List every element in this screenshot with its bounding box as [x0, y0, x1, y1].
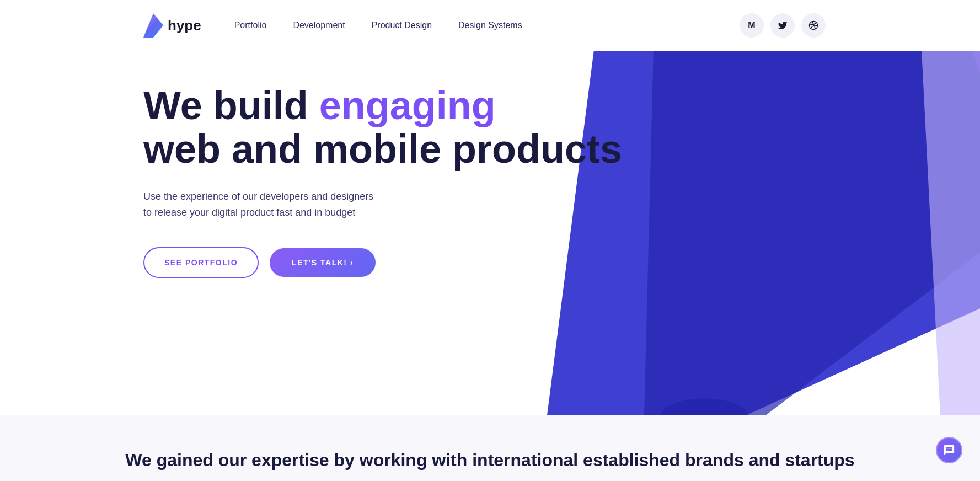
hero-content: We build engaging web and mobile product… — [0, 84, 980, 278]
nav-product-design[interactable]: Product Design — [372, 20, 432, 30]
chat-button[interactable] — [936, 437, 962, 463]
brand-name: hype — [168, 17, 201, 34]
logo-icon — [143, 13, 163, 38]
dribbble-button[interactable] — [801, 13, 826, 38]
twitter-button[interactable] — [770, 13, 795, 38]
nav-design-systems[interactable]: Design Systems — [458, 20, 522, 30]
nav-development[interactable]: Development — [293, 20, 345, 30]
hero-heading-accent: engaging — [319, 83, 496, 127]
nav-links: Portfolio Development Product Design Des… — [234, 20, 740, 30]
navbar: hype Portfolio Development Product Desig… — [0, 0, 980, 51]
bottom-section: We gained our expertise by working with … — [0, 415, 980, 481]
nav-portfolio[interactable]: Portfolio — [234, 20, 267, 30]
hero-heading: We build engaging web and mobile product… — [143, 84, 980, 171]
see-portfolio-button[interactable]: SEE PORTFOLIO — [143, 247, 259, 278]
dribbble-icon — [808, 20, 818, 30]
twitter-icon — [778, 20, 788, 30]
hero-heading-part2: web and mobile products — [143, 127, 622, 171]
lets-talk-button[interactable]: LET'S TALK! › — [270, 248, 376, 277]
hero-heading-part1: We build — [143, 83, 319, 127]
bottom-heading: We gained our expertise by working with … — [0, 448, 980, 473]
chat-icon — [943, 444, 955, 456]
medium-button[interactable]: M — [740, 13, 764, 38]
hero-section: We build engaging web and mobile product… — [0, 51, 980, 426]
hero-buttons: SEE PORTFOLIO LET'S TALK! › — [143, 247, 980, 278]
logo-area[interactable]: hype — [143, 13, 201, 38]
social-icons: M — [740, 13, 826, 38]
hero-subtext: Use the experience of our developers and… — [143, 189, 375, 221]
